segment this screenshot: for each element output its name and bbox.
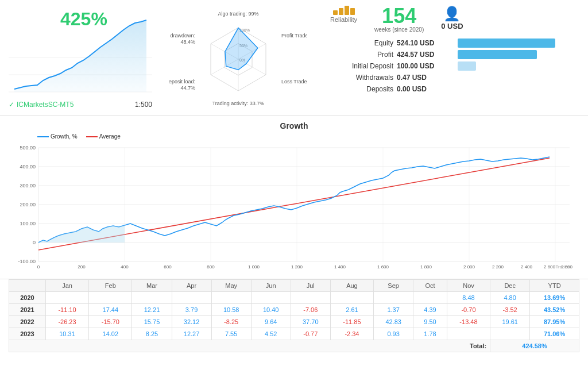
mini-chart-percent: 425% xyxy=(60,9,107,30)
stat-label-equity: Equity xyxy=(330,39,393,47)
year-2020: 2020 xyxy=(9,292,46,304)
stat-value-deposits: 0.00 USD xyxy=(397,85,454,93)
reliability-block: Reliability xyxy=(330,6,357,23)
stat-label-withdrawals: Withdrawals xyxy=(330,74,393,82)
svg-text:2 600: 2 600 xyxy=(544,264,556,270)
svg-text:1 200: 1 200 xyxy=(291,264,303,270)
legend-red-line xyxy=(86,136,98,137)
total-label: Total: xyxy=(9,340,490,352)
mini-chart-area: 425% ✓ ICMarketsSC-MT5 1:500 xyxy=(9,6,152,109)
svg-text:800: 800 xyxy=(207,264,215,270)
col-sep: Sep xyxy=(374,280,413,292)
svg-text:100.00: 100.00 xyxy=(20,221,36,226)
col-nov: Nov xyxy=(447,280,490,292)
stat-bar-wrap-deposits xyxy=(458,84,579,94)
svg-text:2 200: 2 200 xyxy=(492,264,504,270)
col-jul: Jul xyxy=(291,280,330,292)
col-dec: Dec xyxy=(490,280,530,292)
col-aug: Aug xyxy=(330,280,373,292)
rel-bar-3 xyxy=(345,6,349,15)
stat-row-equity: Equity 524.10 USD xyxy=(330,39,579,48)
table-row: 2021 -11.10 17.44 12.21 3.79 10.58 10.40… xyxy=(9,304,579,316)
svg-text:200.00: 200.00 xyxy=(20,202,36,207)
stat-bar-wrap-withdrawals xyxy=(458,73,579,82)
col-jun: Jun xyxy=(251,280,291,292)
svg-text:300.00: 300.00 xyxy=(20,183,36,188)
svg-text:1 600: 1 600 xyxy=(377,264,389,270)
svg-text:48.4%: 48.4% xyxy=(180,39,195,45)
col-ytd: YTD xyxy=(530,280,579,292)
col-jan: Jan xyxy=(45,280,88,292)
svg-text:200: 200 xyxy=(78,264,86,270)
stat-value-profit: 424.57 USD xyxy=(397,51,454,59)
legend-blue-line xyxy=(37,136,49,137)
growth-legend: Growth, % Average xyxy=(37,133,579,140)
stat-value-withdrawals: 0.47 USD xyxy=(397,74,454,82)
svg-text:2 400: 2 400 xyxy=(521,264,533,270)
legend-red: Average xyxy=(86,133,121,140)
col-mar: Mar xyxy=(132,280,172,292)
svg-text:400: 400 xyxy=(121,264,129,270)
stat-bar-wrap-equity xyxy=(458,39,579,48)
stat-row-withdrawals: Withdrawals 0.47 USD xyxy=(330,73,579,82)
stat-row-deposits: Deposits 0.00 USD xyxy=(330,84,579,94)
stat-rows: Equity 524.10 USD Profit 424.57 USD Init… xyxy=(330,39,579,94)
svg-text:Max deposit load:: Max deposit load: xyxy=(169,79,195,84)
svg-text:500.00: 500.00 xyxy=(20,145,36,151)
stat-label-initial: Initial Deposit xyxy=(330,62,393,70)
person-icon: 👤 xyxy=(443,6,461,22)
total-row: Total: 424.58% xyxy=(9,340,579,352)
monthly-table-section: Jan Feb Mar Apr May Jun Jul Aug Sep Oct … xyxy=(0,279,588,358)
year-2021: 2021 xyxy=(9,304,46,316)
svg-text:1 000: 1 000 xyxy=(248,264,260,270)
col-may: May xyxy=(211,280,251,292)
stat-label-deposits: Deposits xyxy=(330,85,393,93)
stat-label-profit: Profit xyxy=(330,51,393,59)
legend-blue: Growth, % xyxy=(37,133,78,140)
year-2022: 2022 xyxy=(9,316,46,328)
broker-name: ✓ ICMarketsSC-MT5 xyxy=(9,101,74,109)
svg-text:600: 600 xyxy=(164,264,172,270)
svg-text:0: 0 xyxy=(37,264,40,270)
reliability-label: Reliability xyxy=(330,16,357,23)
svg-text:Trading activity: 33.7%: Trading activity: 33.7% xyxy=(212,101,265,106)
stat-row-initial: Initial Deposit 100.00 USD xyxy=(330,61,579,71)
svg-text:Trades: Trades xyxy=(555,264,570,270)
rel-bar-1 xyxy=(333,10,338,15)
stat-bar-profit xyxy=(458,50,537,59)
col-year xyxy=(9,280,46,292)
leverage: 1:500 xyxy=(135,101,152,109)
svg-text:Algo trading: 99%: Algo trading: 99% xyxy=(218,11,258,17)
check-icon: ✓ xyxy=(9,101,14,109)
weeks-value: 154 xyxy=(382,6,416,26)
svg-text:-100.00: -100.00 xyxy=(18,259,36,264)
stat-bar-initial xyxy=(458,61,476,71)
svg-text:1 400: 1 400 xyxy=(334,264,346,270)
svg-text:Profit Trades: 71%: Profit Trades: 71% xyxy=(281,33,307,39)
stat-value-equity: 524.10 USD xyxy=(397,39,454,47)
col-apr: Apr xyxy=(172,280,211,292)
radar-svg: Algo trading: 99% Profit Trades: 71% Los… xyxy=(169,9,307,109)
stat-bar-wrap-initial xyxy=(458,61,579,71)
stat-value-initial: 100.00 USD xyxy=(397,62,454,70)
table-row: 2020 8.48 4.80 13.69% xyxy=(9,292,579,304)
col-feb: Feb xyxy=(89,280,132,292)
total-value: 424.58% xyxy=(490,340,579,352)
stats-area: Reliability 154 weeks (since 2020) 👤 0 U… xyxy=(324,6,579,109)
usd-value: 0 USD xyxy=(441,22,463,30)
radar-area: Algo trading: 99% Profit Trades: 71% Los… xyxy=(158,6,319,109)
monthly-header-row: Jan Feb Mar Apr May Jun Jul Aug Sep Oct … xyxy=(9,280,579,292)
rel-bar-4 xyxy=(350,8,355,15)
usd-block: 👤 0 USD xyxy=(441,6,463,30)
weeks-block: 154 weeks (since 2020) xyxy=(374,6,424,33)
reliability-icon xyxy=(333,6,355,15)
svg-text:Maximum drawdown:: Maximum drawdown: xyxy=(169,33,195,39)
svg-text:1 800: 1 800 xyxy=(420,264,432,270)
table-row: 2022 -26.23 -15.70 15.75 32.12 -8.25 9.6… xyxy=(9,316,579,328)
weeks-label: weeks (since 2020) xyxy=(374,26,424,33)
legend-blue-label: Growth, % xyxy=(51,133,78,140)
svg-text:400.00: 400.00 xyxy=(20,164,36,170)
table-row: 2023 10.31 14.02 8.25 12.27 7.55 4.52 -0… xyxy=(9,328,579,340)
growth-title: Growth xyxy=(9,121,579,130)
growth-chart: 500.00 400.00 300.00 200.00 100.00 0 -10… xyxy=(9,141,579,273)
